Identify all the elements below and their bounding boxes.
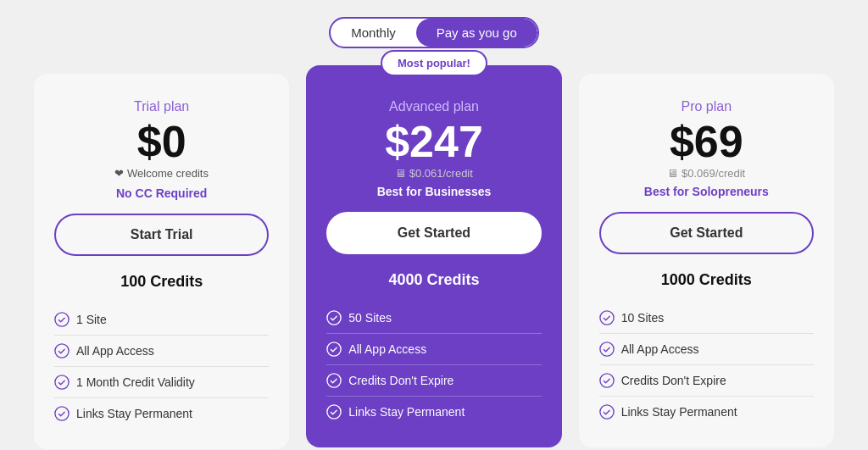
plan-name: Pro plan: [682, 99, 732, 114]
feature-item: Links Stay Permanent: [54, 398, 269, 429]
check-icon: [54, 312, 70, 327]
feature-item: 1 Site: [54, 304, 269, 336]
svg-point-4: [327, 311, 341, 325]
plan-name: Advanced plan: [389, 99, 479, 114]
feature-item: All App Access: [54, 336, 269, 367]
check-icon: [599, 404, 615, 419]
svg-point-0: [55, 313, 69, 326]
svg-point-11: [600, 405, 614, 419]
svg-point-2: [55, 375, 69, 389]
features-list: 10 Sites All App Access Credits Don't Ex…: [599, 303, 814, 427]
pricing-cards: Trial plan$0❤ Welcome creditsNo CC Requi…: [34, 74, 834, 449]
feature-item: 50 Sites: [326, 303, 541, 334]
check-icon: [599, 310, 615, 325]
check-icon: [54, 343, 70, 358]
feature-text: 50 Sites: [348, 311, 392, 325]
plan-card-pro: Pro plan$69🖥 $0.069/creditBest for Solop…: [579, 74, 834, 447]
svg-point-8: [600, 311, 614, 325]
feature-text: All App Access: [621, 342, 699, 356]
plan-card-advanced: Most popular!Advanced plan$247🖥 $0.061/c…: [306, 65, 561, 447]
paygo-toggle-btn[interactable]: Pay as you go: [416, 19, 537, 47]
plan-price: $69: [670, 119, 743, 164]
feature-item: Links Stay Permanent: [326, 397, 541, 427]
plan-sub-price: 🖥 $0.069/credit: [667, 167, 745, 180]
feature-item: 1 Month Credit Validity: [54, 367, 269, 398]
feature-text: All App Access: [348, 342, 426, 356]
svg-point-7: [327, 405, 341, 419]
plan-name: Trial plan: [134, 99, 189, 114]
billing-toggle[interactable]: Monthly Pay as you go: [329, 17, 539, 48]
svg-point-9: [600, 342, 614, 356]
feature-text: 1 Month Credit Validity: [76, 375, 195, 389]
feature-text: Credits Don't Expire: [621, 374, 726, 387]
features-list: 1 Site All App Access 1 Month Credit Val…: [54, 304, 269, 429]
cta-button-trial[interactable]: Start Trial: [54, 214, 269, 256]
check-icon: [599, 373, 615, 388]
feature-item: 10 Sites: [599, 303, 814, 334]
monthly-toggle-btn[interactable]: Monthly: [331, 19, 416, 47]
feature-item: All App Access: [599, 334, 814, 365]
best-for-label: Best for Solopreneurs: [644, 185, 769, 198]
check-icon: [326, 404, 342, 419]
svg-point-10: [600, 374, 614, 387]
plan-card-trial: Trial plan$0❤ Welcome creditsNo CC Requi…: [34, 74, 289, 449]
welcome-credits: ❤ Welcome credits: [114, 167, 208, 180]
feature-text: All App Access: [76, 344, 154, 358]
check-icon: [326, 342, 342, 357]
svg-point-3: [55, 407, 69, 420]
cta-button-advanced[interactable]: Get Started: [326, 212, 541, 254]
no-cc-label: No CC Required: [116, 186, 207, 200]
check-icon: [54, 375, 70, 390]
plan-price: $247: [385, 119, 483, 164]
credits-count: 4000 Credits: [388, 271, 479, 289]
feature-text: Credits Don't Expire: [348, 374, 453, 387]
plan-sub-price: 🖥 $0.061/credit: [395, 167, 473, 180]
feature-text: 10 Sites: [621, 311, 665, 325]
best-for-label: Best for Businesses: [377, 185, 492, 198]
check-icon: [599, 342, 615, 357]
feature-item: Credits Don't Expire: [326, 365, 541, 397]
feature-text: Links Stay Permanent: [76, 407, 192, 420]
feature-text: Links Stay Permanent: [621, 405, 737, 419]
feature-text: 1 Site: [76, 313, 107, 326]
svg-point-6: [327, 374, 341, 387]
features-list: 50 Sites All App Access Credits Don't Ex…: [326, 303, 541, 427]
feature-item: All App Access: [326, 334, 541, 365]
svg-point-1: [55, 344, 69, 358]
feature-text: Links Stay Permanent: [348, 405, 465, 419]
feature-item: Credits Don't Expire: [599, 365, 814, 397]
check-icon: [54, 406, 70, 421]
check-icon: [326, 310, 342, 325]
cta-button-pro[interactable]: Get Started: [599, 212, 814, 254]
plan-price: $0: [137, 119, 186, 164]
svg-point-5: [327, 342, 341, 356]
check-icon: [326, 373, 342, 388]
feature-item: Links Stay Permanent: [599, 397, 814, 427]
credits-count: 1000 Credits: [661, 271, 752, 289]
most-popular-badge: Most popular!: [381, 50, 487, 76]
credits-count: 100 Credits: [120, 273, 203, 291]
